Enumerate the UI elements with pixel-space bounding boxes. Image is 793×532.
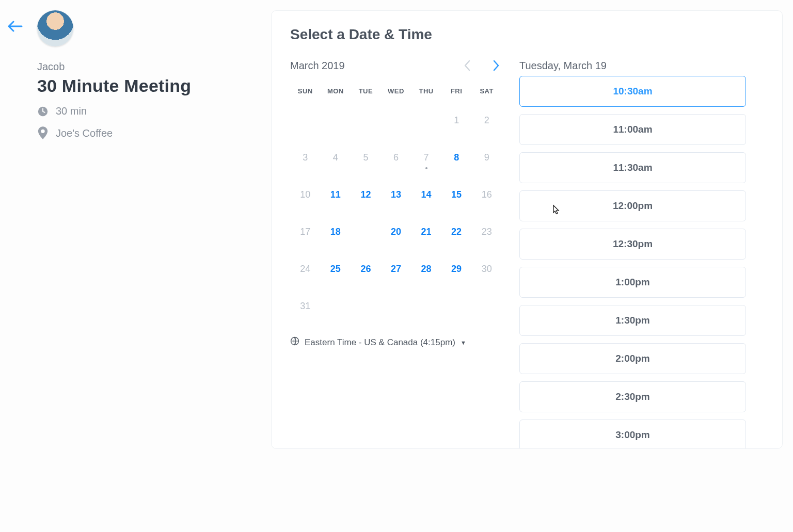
calendar-day[interactable]: 11 — [321, 182, 351, 207]
calendar-day: 31 — [290, 293, 321, 319]
calendar-day[interactable]: 12 — [351, 182, 381, 207]
calendar-day: 5 — [351, 144, 381, 170]
calendar-day: 24 — [290, 256, 321, 282]
next-month-button[interactable] — [490, 58, 502, 73]
calendar-day[interactable]: 18 — [321, 219, 351, 245]
event-title: 30 Minute Meeting — [37, 76, 271, 96]
calendar-day: 6 — [381, 144, 411, 170]
calendar-day: 23 — [471, 219, 502, 245]
calendar-day[interactable]: 20 — [381, 219, 411, 245]
dow-label: MON — [321, 87, 351, 95]
calendar-day[interactable]: 28 — [411, 256, 441, 282]
calendar-day[interactable]: 19 — [351, 219, 381, 245]
globe-icon — [290, 336, 299, 348]
host-name: Jacob — [37, 61, 271, 73]
event-location: Joe's Coffee — [56, 127, 113, 139]
calendar-day[interactable]: 21 — [411, 219, 441, 245]
time-slot[interactable]: 1:00pm — [519, 267, 746, 298]
time-slot[interactable]: 11:00am — [519, 114, 746, 145]
panel-title: Select a Date & Time — [290, 26, 432, 43]
calendar-day: 10 — [290, 182, 321, 207]
prev-month-button[interactable] — [462, 58, 473, 73]
dow-label: TUE — [351, 87, 381, 95]
dow-label: SUN — [290, 87, 321, 95]
time-slot[interactable]: 2:00pm — [519, 343, 746, 374]
location-pin-icon — [37, 126, 49, 140]
caret-down-icon: ▼ — [461, 340, 466, 346]
clock-icon — [37, 106, 49, 117]
time-slot[interactable]: 12:30pm — [519, 229, 746, 260]
dow-label: THU — [411, 87, 441, 95]
dow-label: FRI — [441, 87, 472, 95]
calendar-day[interactable]: 26 — [351, 256, 381, 282]
calendar-day: 1 — [441, 107, 472, 133]
calendar-day[interactable]: 29 — [441, 256, 472, 282]
calendar-day[interactable]: 14 — [411, 182, 441, 207]
time-slot[interactable]: 3:00pm — [519, 420, 746, 448]
calendar-day: 3 — [290, 144, 321, 170]
time-slot[interactable]: 10:30am — [519, 76, 746, 107]
time-slot[interactable]: 2:30pm — [519, 381, 746, 412]
calendar-day: 2 — [471, 107, 502, 133]
svg-point-1 — [41, 130, 44, 133]
timezone-selector[interactable]: Eastern Time - US & Canada (4:15pm) ▼ — [290, 336, 502, 348]
event-duration-row: 30 min — [37, 105, 271, 117]
calendar-day[interactable]: 13 — [381, 182, 411, 207]
event-duration: 30 min — [56, 105, 87, 117]
datetime-panel: Select a Date & Time March 2019 SUNMONTU… — [271, 10, 783, 449]
host-avatar — [37, 10, 73, 46]
calendar-day[interactable]: 25 — [321, 256, 351, 282]
calendar-day[interactable]: 15 — [441, 182, 472, 207]
event-location-row: Joe's Coffee — [37, 126, 271, 140]
calendar-day: 7 — [411, 144, 441, 170]
dow-label: SAT — [471, 87, 502, 95]
time-slot-list[interactable]: 10:30am11:00am11:30am12:00pm12:30pm1:00p… — [519, 76, 764, 448]
back-button[interactable] — [7, 21, 23, 34]
selected-date-label: Tuesday, March 19 — [519, 57, 764, 74]
calendar-day[interactable]: 27 — [381, 256, 411, 282]
dow-label: WED — [381, 87, 411, 95]
calendar-day: 9 — [471, 144, 502, 170]
time-slot[interactable]: 1:30pm — [519, 305, 746, 336]
calendar-day: 17 — [290, 219, 321, 245]
calendar-day: 30 — [471, 256, 502, 282]
timezone-label: Eastern Time - US & Canada (4:15pm) — [305, 337, 455, 348]
calendar-day: 16 — [471, 182, 502, 207]
calendar-day[interactable]: 8 — [441, 144, 472, 170]
month-label: March 2019 — [290, 60, 345, 72]
time-slot[interactable]: 12:00pm — [519, 190, 746, 221]
time-slot[interactable]: 11:30am — [519, 152, 746, 183]
calendar-day: 4 — [321, 144, 351, 170]
calendar-day[interactable]: 22 — [441, 219, 472, 245]
